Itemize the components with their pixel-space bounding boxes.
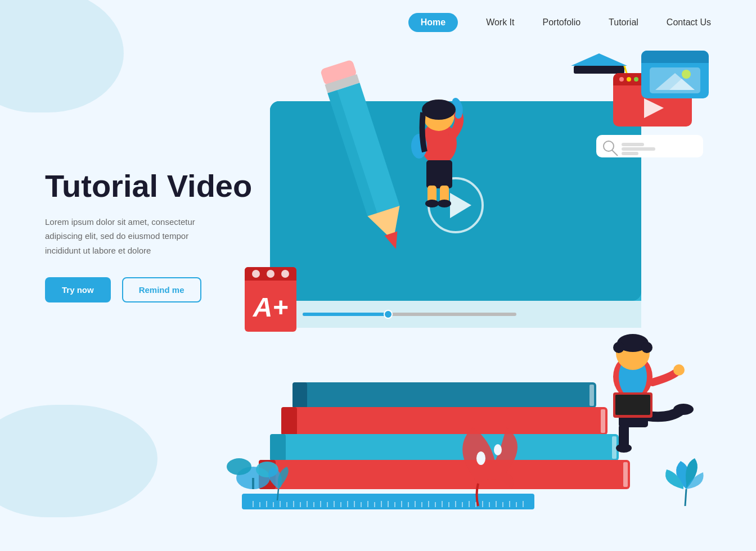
svg-rect-21 (612, 436, 616, 459)
svg-rect-11 (303, 313, 388, 316)
svg-point-112 (682, 70, 691, 79)
svg-point-130 (476, 451, 485, 465)
nav-home[interactable]: Home (408, 13, 458, 32)
svg-rect-20 (270, 434, 286, 461)
svg-rect-22 (259, 460, 630, 489)
svg-rect-18 (601, 409, 605, 433)
svg-rect-13 (292, 382, 596, 408)
svg-point-104 (634, 77, 638, 82)
svg-rect-118 (622, 152, 638, 155)
remind-me-button[interactable]: Remind me (122, 277, 201, 302)
svg-rect-16 (281, 407, 608, 435)
svg-rect-77 (426, 160, 452, 188)
svg-point-123 (267, 270, 274, 278)
svg-rect-95 (574, 66, 624, 74)
svg-point-131 (494, 444, 502, 455)
svg-rect-24 (623, 462, 628, 487)
nav-contact-us[interactable]: Contact Us (667, 17, 711, 28)
svg-marker-96 (571, 53, 627, 66)
svg-point-86 (613, 342, 624, 353)
svg-rect-8 (270, 301, 641, 314)
svg-rect-108 (641, 57, 709, 63)
svg-rect-14 (292, 382, 307, 408)
svg-rect-93 (615, 395, 650, 415)
svg-point-94 (673, 364, 685, 376)
svg-rect-15 (590, 385, 594, 406)
svg-point-91 (616, 444, 632, 453)
svg-point-122 (252, 270, 260, 278)
svg-point-102 (619, 77, 624, 82)
svg-point-80 (425, 200, 439, 207)
svg-point-12 (384, 310, 392, 318)
svg-rect-113 (596, 135, 703, 157)
svg-rect-117 (622, 147, 655, 151)
main-illustration: A+ (214, 45, 720, 529)
svg-rect-17 (281, 407, 297, 435)
hero-description: Lorem ipsum dolor sit amet, consectetur … (45, 215, 214, 258)
svg-point-89 (673, 404, 694, 415)
svg-text:A+: A+ (253, 292, 289, 322)
svg-point-81 (438, 200, 451, 207)
navigation: Home Work It Portofolio Tutorial Contact… (0, 0, 756, 45)
svg-point-127 (227, 458, 251, 475)
try-now-button[interactable]: Try now (45, 277, 111, 302)
svg-point-103 (627, 77, 631, 82)
svg-point-76 (422, 100, 456, 120)
nav-tutorial[interactable]: Tutorial (609, 17, 638, 28)
svg-rect-19 (270, 434, 619, 461)
bg-blob-bottom-left (0, 405, 158, 517)
svg-rect-116 (622, 143, 644, 146)
svg-line-132 (685, 489, 686, 506)
nav-work-it[interactable]: Work It (486, 17, 514, 28)
svg-point-124 (281, 270, 289, 278)
svg-point-87 (641, 342, 652, 353)
nav-portfolio[interactable]: Portofolio (543, 17, 581, 28)
